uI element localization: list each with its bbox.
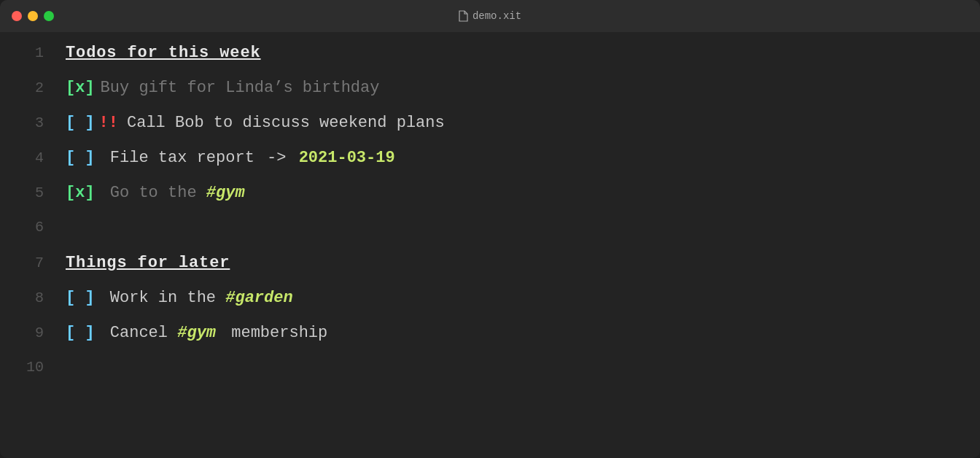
line-1: 1 Todos for this week — [0, 44, 980, 79]
line-9: 9 [ ] Cancel #gym membership — [0, 324, 980, 359]
tag-8: #garden — [225, 289, 292, 307]
traffic-lights — [12, 11, 54, 21]
line-2: 2 [x] Buy gift for Linda’s birthday — [0, 79, 980, 114]
checkbox-4: [ ] — [66, 149, 95, 167]
tag-5: #gym — [206, 184, 245, 202]
tag-9: #gym — [177, 324, 216, 342]
priority-3: !! — [99, 114, 118, 132]
text-2: Buy gift for Linda’s birthday — [101, 79, 380, 97]
line-number-9: 9 — [15, 325, 44, 341]
line-7: 7 Things for later — [0, 254, 980, 289]
line-number-8: 8 — [15, 290, 44, 306]
line-number-7: 7 — [15, 255, 44, 271]
checkbox-2: [x] — [66, 79, 95, 97]
line-content-1: Todos for this week — [66, 44, 261, 62]
line-10: 10 — [0, 359, 980, 394]
line-3: 3 [ ] !! Call Bob to discuss weekend pla… — [0, 114, 980, 149]
window-title: demo.xit — [459, 10, 521, 22]
text-after-9: membership — [222, 324, 327, 342]
line-5: 5 [x] Go to the #gym — [0, 184, 980, 219]
line-number-1: 1 — [15, 44, 44, 61]
line-content-5: [x] Go to the #gym — [66, 184, 245, 202]
line-number-3: 3 — [15, 114, 44, 131]
close-button[interactable] — [12, 11, 22, 21]
line-6: 6 — [0, 219, 980, 254]
checkbox-3: [ ] — [66, 114, 95, 132]
checkbox-5: [x] — [66, 184, 95, 202]
line-number-2: 2 — [15, 79, 44, 96]
date-4: 2021-03-19 — [299, 149, 395, 167]
minimize-button[interactable] — [28, 11, 38, 21]
heading-2: Things for later — [66, 254, 230, 272]
line-number-10: 10 — [15, 359, 44, 376]
line-content-9: [ ] Cancel #gym membership — [66, 324, 327, 342]
line-content-4: [ ] File tax report -> 2021-03-19 — [66, 149, 395, 167]
line-number-4: 4 — [15, 150, 44, 166]
editor-area[interactable]: 1 Todos for this week 2 [x] Buy gift for… — [0, 32, 980, 458]
text-before-4: File tax report — [101, 149, 254, 167]
text-before-8: Work in the — [101, 289, 226, 307]
filename-label: demo.xit — [472, 10, 521, 22]
line-content-7: Things for later — [66, 254, 230, 272]
heading-1: Todos for this week — [66, 44, 261, 62]
line-number-6: 6 — [15, 219, 44, 236]
checkbox-8: [ ] — [66, 289, 95, 307]
line-number-5: 5 — [15, 185, 44, 201]
text-before-9: Cancel — [101, 324, 178, 342]
line-8: 8 [ ] Work in the #garden — [0, 289, 980, 324]
file-icon — [459, 10, 468, 22]
maximize-button[interactable] — [44, 11, 54, 21]
text-before-5: Go to the — [101, 184, 206, 202]
arrow-4: -> — [257, 149, 296, 167]
text-3: Call Bob to discuss weekend plans — [127, 114, 445, 132]
line-4: 4 [ ] File tax report -> 2021-03-19 — [0, 149, 980, 184]
checkbox-9: [ ] — [66, 324, 95, 342]
line-content-8: [ ] Work in the #garden — [66, 289, 293, 307]
line-content-3: [ ] !! Call Bob to discuss weekend plans — [66, 114, 445, 132]
titlebar: demo.xit — [0, 0, 980, 32]
line-content-2: [x] Buy gift for Linda’s birthday — [66, 79, 379, 97]
editor-window: demo.xit 1 Todos for this week 2 [x] Buy… — [0, 0, 980, 458]
